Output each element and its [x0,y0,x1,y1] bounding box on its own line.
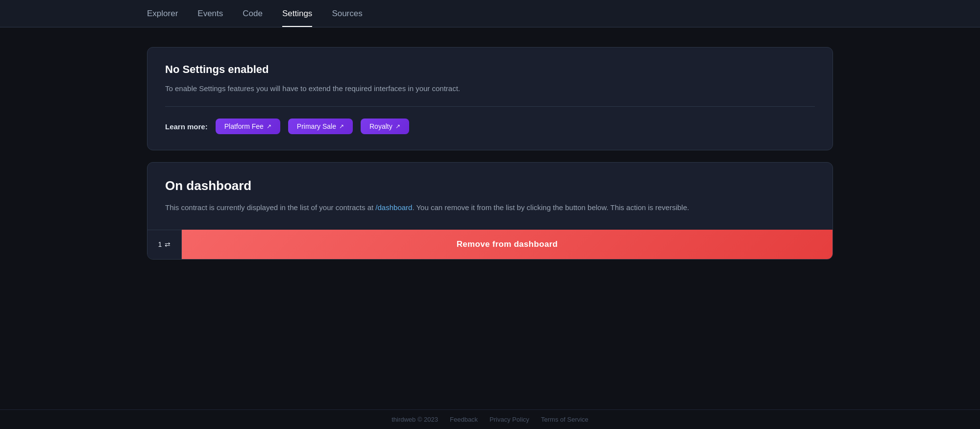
nav-item-settings[interactable]: Settings [282,1,312,26]
nav-item-events[interactable]: Events [197,1,223,26]
on-dashboard-card-body: On dashboard This contract is currently … [147,163,833,230]
on-dashboard-card: On dashboard This contract is currently … [147,162,833,260]
nav-item-sources[interactable]: Sources [332,1,362,26]
no-settings-title: No Settings enabled [165,63,815,76]
royalty-button[interactable]: Royalty ↗ [361,119,409,134]
remove-from-dashboard-button[interactable]: Remove from dashboard [182,230,833,259]
external-link-icon-2: ↗ [339,123,344,130]
navigation: Explorer Events Code Settings Sources [0,0,980,27]
primary-sale-button[interactable]: Primary Sale ↗ [288,119,353,134]
main-content: No Settings enabled To enable Settings f… [0,27,980,279]
learn-more-row: Learn more: Platform Fee ↗ Primary Sale … [165,119,815,134]
footer-feedback[interactable]: Feedback [450,416,478,423]
external-link-icon: ↗ [267,123,271,130]
no-settings-description: To enable Settings features you will hav… [165,83,815,95]
on-dashboard-title: On dashboard [165,178,815,193]
chain-badge: 1 ⇄ [147,230,182,259]
chain-swap-icon: ⇄ [165,240,171,248]
remove-row: 1 ⇄ Remove from dashboard [147,230,833,259]
on-dashboard-description: This contract is currently displayed in … [165,201,815,214]
no-settings-card-body: No Settings enabled To enable Settings f… [147,48,833,150]
platform-fee-button[interactable]: Platform Fee ↗ [216,119,280,134]
no-settings-card: No Settings enabled To enable Settings f… [147,47,833,150]
learn-more-label: Learn more: [165,122,208,131]
footer-thirdweb[interactable]: thirdweb © 2023 [392,416,438,423]
dashboard-link[interactable]: /dashboard [375,203,412,212]
nav-list: Explorer Events Code Settings Sources [147,1,363,26]
footer-privacy[interactable]: Privacy Policy [490,416,529,423]
footer: thirdweb © 2023 Feedback Privacy Policy … [0,409,980,429]
footer-terms[interactable]: Terms of Service [541,416,588,423]
nav-item-code[interactable]: Code [243,1,263,26]
external-link-icon-3: ↗ [395,123,400,130]
card-divider [165,106,815,107]
nav-item-explorer[interactable]: Explorer [147,1,178,26]
